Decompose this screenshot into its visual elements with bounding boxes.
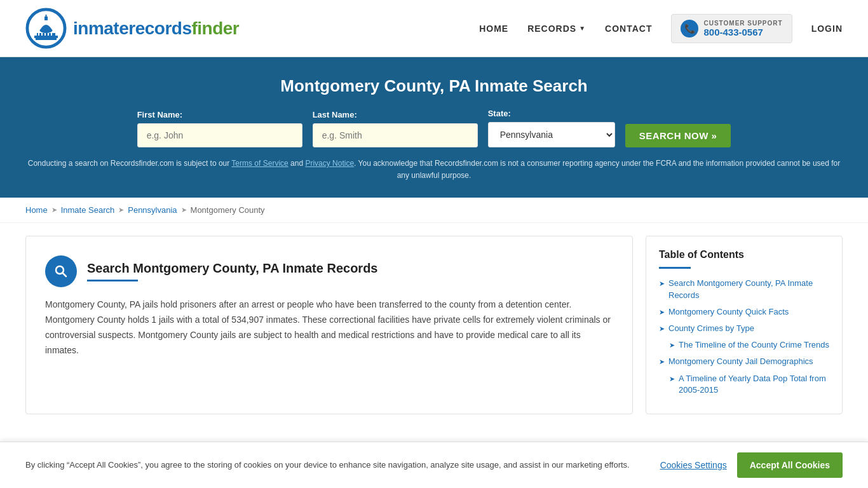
search-icon <box>45 255 77 287</box>
toc-chevron-5: ➤ <box>659 357 665 367</box>
svg-rect-7 <box>46 15 47 17</box>
svg-rect-12 <box>51 33 52 36</box>
breadcrumb: Home ➤ Inmate Search ➤ Pennsylvania ➤ Mo… <box>0 198 868 223</box>
chevron-down-icon: ▼ <box>579 25 586 32</box>
privacy-link[interactable]: Privacy Notice <box>305 159 354 168</box>
first-name-label: First Name: <box>137 110 302 119</box>
toc-chevron-1: ➤ <box>659 279 665 288</box>
site-header: inmaterecordsfinder HOME RECORDS ▼ CONTA… <box>0 0 868 57</box>
toc-link-5[interactable]: ➤ Montgomery County Jail Demographics <box>659 356 829 367</box>
article-title-underline <box>87 280 138 281</box>
svg-rect-6 <box>44 17 48 20</box>
search-button[interactable]: SEARCH NOW » <box>625 124 731 147</box>
breadcrumb-home[interactable]: Home <box>25 205 48 215</box>
article-body: Montgomery County, PA jails hold prisone… <box>45 297 613 358</box>
svg-line-14 <box>63 273 67 277</box>
last-name-input[interactable] <box>313 123 478 147</box>
sidebar: Table of Contents ➤ Search Montgomery Co… <box>646 236 843 414</box>
main-content: Search Montgomery County, PA Inmate Reco… <box>0 223 868 427</box>
breadcrumb-current: Montgomery County <box>191 205 265 215</box>
support-label: CUSTOMER SUPPORT <box>703 20 782 27</box>
svg-rect-9 <box>41 33 43 36</box>
toc-item-4: ➤ The Timeline of the County Crime Trend… <box>659 339 829 351</box>
toc-link-1[interactable]: ➤ Search Montgomery County, PA Inmate Re… <box>659 278 829 301</box>
svg-rect-2 <box>34 36 58 38</box>
state-group: State: Pennsylvania <box>488 109 615 147</box>
toc-divider <box>659 267 691 269</box>
nav-login[interactable]: LOGIN <box>811 24 843 34</box>
svg-rect-4 <box>36 38 57 40</box>
nav-contact[interactable]: CONTACT <box>605 24 652 34</box>
article-header: Search Montgomery County, PA Inmate Reco… <box>45 255 613 287</box>
search-form: First Name: Last Name: State: Pennsylvan… <box>25 109 843 147</box>
toc-list: ➤ Search Montgomery County, PA Inmate Re… <box>659 278 829 396</box>
main-nav: HOME RECORDS ▼ CONTACT 📞 CUSTOMER SUPPOR… <box>479 14 843 43</box>
last-name-group: Last Name: <box>313 110 478 147</box>
support-number: 800-433-0567 <box>703 27 782 37</box>
breadcrumb-pennsylvania[interactable]: Pennsylvania <box>128 205 177 215</box>
terms-link[interactable]: Terms of Service <box>231 159 288 168</box>
article-title-block: Search Montgomery County, PA Inmate Reco… <box>87 261 378 281</box>
svg-rect-10 <box>44 33 46 36</box>
svg-rect-8 <box>38 33 39 36</box>
toc-box: Table of Contents ➤ Search Montgomery Co… <box>646 236 843 414</box>
nav-home[interactable]: HOME <box>479 24 508 34</box>
last-name-label: Last Name: <box>313 110 478 119</box>
toc-item-6: ➤ A Timeline of Yearly Data Pop Total fr… <box>659 373 829 396</box>
toc-item-3: ➤ County Crimes by Type <box>659 323 829 334</box>
hero-section: Montgomery County, PA Inmate Search Firs… <box>0 57 868 198</box>
phone-icon: 📞 <box>681 20 698 37</box>
svg-rect-11 <box>48 33 49 36</box>
toc-title: Table of Contents <box>659 249 829 261</box>
breadcrumb-inmate-search[interactable]: Inmate Search <box>61 205 115 215</box>
first-name-input[interactable] <box>137 123 302 147</box>
toc-chevron-2: ➤ <box>659 308 665 317</box>
article: Search Montgomery County, PA Inmate Reco… <box>25 236 633 414</box>
state-select[interactable]: Pennsylvania <box>488 122 615 147</box>
toc-link-2[interactable]: ➤ Montgomery County Quick Facts <box>659 306 829 318</box>
toc-item-2: ➤ Montgomery County Quick Facts <box>659 306 829 318</box>
hero-disclaimer: Conducting a search on Recordsfinder.com… <box>25 158 843 182</box>
breadcrumb-sep-2: ➤ <box>118 206 124 214</box>
breadcrumb-sep-1: ➤ <box>51 206 57 214</box>
toc-link-3[interactable]: ➤ County Crimes by Type <box>659 323 829 334</box>
toc-item-5: ➤ Montgomery County Jail Demographics <box>659 356 829 367</box>
support-text: CUSTOMER SUPPORT 800-433-0567 <box>703 20 782 37</box>
logo-wordmark: inmaterecordsfinder <box>73 18 239 39</box>
article-title: Search Montgomery County, PA Inmate Reco… <box>87 261 378 276</box>
toc-chevron-4: ➤ <box>669 341 675 350</box>
toc-chevron-3: ➤ <box>659 324 665 334</box>
logo[interactable]: inmaterecordsfinder <box>25 8 239 49</box>
nav-records[interactable]: RECORDS ▼ <box>527 24 586 34</box>
customer-support-box[interactable]: 📞 CUSTOMER SUPPORT 800-433-0567 <box>671 14 792 43</box>
toc-item-1: ➤ Search Montgomery County, PA Inmate Re… <box>659 278 829 301</box>
toc-chevron-6: ➤ <box>669 374 675 384</box>
toc-link-4[interactable]: ➤ The Timeline of the County Crime Trend… <box>669 339 829 351</box>
svg-rect-3 <box>37 33 55 36</box>
breadcrumb-sep-3: ➤ <box>181 206 187 214</box>
logo-icon <box>25 8 67 49</box>
hero-title: Montgomery County, PA Inmate Search <box>25 76 843 96</box>
state-label: State: <box>488 109 615 118</box>
toc-link-6[interactable]: ➤ A Timeline of Yearly Data Pop Total fr… <box>669 373 829 396</box>
first-name-group: First Name: <box>137 110 302 147</box>
